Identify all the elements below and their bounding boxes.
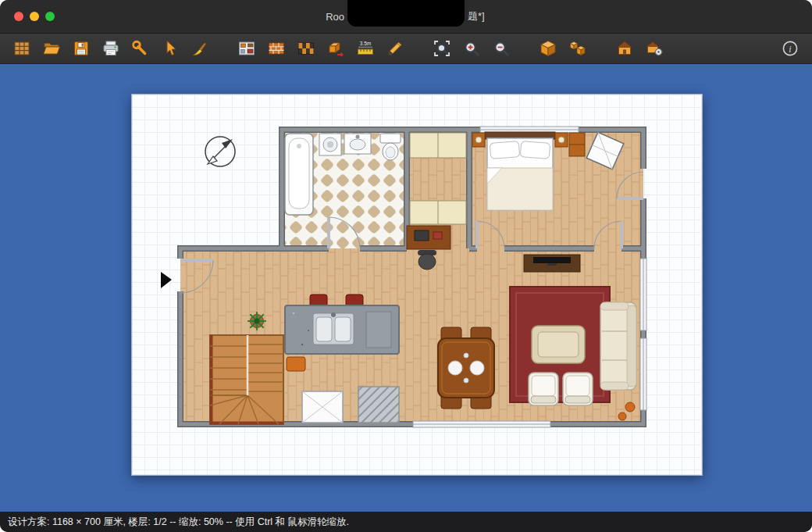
tv-console[interactable]: [524, 255, 580, 272]
status-bar: 设计方案: 1168 × 700 厘米, 楼层: 1/2 -- 缩放: 50% …: [0, 512, 812, 532]
armchair[interactable]: [529, 373, 558, 405]
move-object-button[interactable]: [325, 37, 347, 59]
armchair[interactable]: [563, 373, 593, 405]
new-button[interactable]: [11, 37, 33, 59]
zoom-in-icon: [462, 39, 481, 58]
dresser[interactable]: [569, 133, 585, 156]
corner-unit[interactable]: [302, 391, 343, 423]
nightstand[interactable]: [472, 133, 485, 147]
print-button[interactable]: [100, 37, 122, 59]
brush-icon: [191, 39, 209, 58]
new-grid-icon: [12, 39, 31, 58]
nightstand[interactable]: [555, 133, 568, 147]
wall-tool-button[interactable]: [265, 37, 287, 59]
window-title-right: 题*]: [468, 9, 485, 23]
camera-notch: [347, 0, 465, 27]
pointer-icon: [161, 39, 180, 58]
bed[interactable]: [485, 132, 555, 210]
draw-button[interactable]: [384, 37, 406, 59]
info-glyph: i: [789, 44, 791, 55]
save-button[interactable]: [70, 37, 92, 59]
zoom-button[interactable]: [45, 12, 55, 21]
zoom-region-icon: [433, 39, 451, 58]
open-folder-icon: [42, 39, 61, 58]
staircase[interactable]: [210, 335, 283, 424]
window-title-left: Roo: [326, 11, 344, 23]
cubes-3d-icon: [568, 39, 587, 58]
room-objects-icon: [237, 39, 256, 58]
view-3d-button[interactable]: [537, 37, 559, 59]
sofa[interactable]: [600, 302, 636, 390]
status-text: 设计方案: 1168 × 700 厘米, 楼层: 1/2 -- 缩放: 50% …: [8, 516, 349, 529]
minimize-button[interactable]: [30, 12, 39, 21]
desk[interactable]: [407, 226, 451, 249]
compass[interactable]: [205, 137, 235, 166]
scene-settings-button[interactable]: [643, 37, 665, 59]
cabinet[interactable]: [410, 201, 466, 224]
walkthrough-button[interactable]: [614, 37, 636, 59]
design-canvas[interactable]: [131, 94, 703, 476]
mouse-cursor: [161, 272, 172, 288]
app-window: Roo 题*]: [0, 0, 812, 532]
select-pointer-button[interactable]: [159, 37, 181, 59]
bathtub[interactable]: [285, 134, 313, 215]
washing-machine[interactable]: [319, 134, 341, 155]
title-bar: Roo 题*]: [0, 0, 812, 34]
main-toolbar: 3.5m: [0, 34, 812, 64]
house-gear-icon: [645, 39, 664, 58]
pencil-icon: [386, 39, 404, 58]
window-controls: [14, 12, 55, 21]
zoom-to-selection-button[interactable]: [431, 37, 453, 59]
wardrobe[interactable]: [410, 133, 466, 158]
cube-3d-icon: [539, 39, 557, 58]
hatch-cabinet[interactable]: [358, 387, 399, 423]
bar-stool[interactable]: [287, 357, 305, 371]
measure-icon: 3.5m: [356, 39, 375, 58]
floor-plan[interactable]: [132, 95, 702, 475]
workspace-background: [0, 64, 812, 512]
tools-button[interactable]: [130, 37, 151, 59]
objects-3d-button[interactable]: [567, 37, 589, 59]
potted-plant[interactable]: [248, 312, 265, 330]
brick-wall-icon: [267, 39, 286, 58]
open-button[interactable]: [41, 37, 62, 59]
brush-button[interactable]: [189, 37, 211, 59]
floor-tiles-button[interactable]: [295, 37, 317, 59]
measure-label: 3.5m: [360, 41, 371, 46]
coffee-table[interactable]: [532, 326, 585, 363]
zoom-out-button[interactable]: [490, 37, 512, 59]
measure-button[interactable]: 3.5m: [354, 37, 376, 59]
zoom-in-button[interactable]: [461, 37, 483, 59]
close-button[interactable]: [14, 12, 23, 21]
office-chair[interactable]: [418, 250, 436, 270]
print-icon: [102, 39, 120, 58]
save-floppy-icon: [72, 39, 91, 58]
info-icon: i: [781, 39, 800, 58]
move-box-icon: [326, 39, 345, 58]
info-button[interactable]: i: [779, 37, 801, 59]
zoom-out-icon: [492, 39, 511, 58]
wrench-icon: [131, 39, 150, 58]
house-icon: [615, 39, 634, 58]
bathroom-sink[interactable]: [344, 134, 371, 154]
dining-set[interactable]: [438, 327, 494, 409]
insert-objects-button[interactable]: [236, 37, 258, 59]
floor-tiles-icon: [297, 39, 315, 58]
